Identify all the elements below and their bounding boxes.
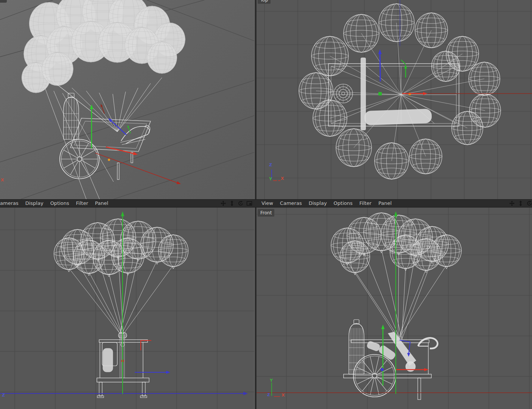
menu-item-filter[interactable]: Filter [356,200,375,207]
pan-icon[interactable] [220,200,226,206]
gizmo-y-label: Y [269,176,272,181]
viewport-nav-icons-right [509,200,532,206]
corner-axis-gizmo [272,382,280,397]
world-x-axis [95,153,181,184]
menu-item-options[interactable]: Options [330,200,356,207]
view-label-fragment [0,0,7,3]
rotate-icon[interactable] [526,200,532,206]
gizmo-x-label: X [281,176,284,181]
menu-item-ameras[interactable]: ameras [0,200,22,207]
menu-item-filter[interactable]: Filter [73,200,92,207]
top-canvas[interactable] [257,0,532,199]
menubar-bottom-right: ViewCamerasDisplayOptionsFilterPanel [257,200,532,207]
viewport-perspective[interactable]: X [0,0,254,199]
menubar-bottom-left: amerasDisplayOptionsFilterPanel [0,200,254,207]
balloon-cluster [54,219,188,277]
viewport-nav-icons-left [220,200,252,206]
c4d-quad-viewport-window: { "toolbars": { "left": { "items": ["ame… [0,0,532,409]
menu-item-options[interactable]: Options [47,200,73,207]
world-z-axis-label: Z [2,393,5,398]
front-canvas[interactable] [257,208,532,409]
toggle-layout-icon[interactable] [246,200,252,206]
menu-items-right: ViewCamerasDisplayOptionsFilterPanel [257,200,395,207]
menu-item-display[interactable]: Display [305,200,330,207]
viewport-right-side[interactable]: Z [0,208,254,409]
right-canvas[interactable] [0,208,254,409]
view-label-top: Top [258,0,271,4]
dolly-icon[interactable] [229,200,235,206]
axis-overlays [121,340,171,374]
viewport-top[interactable]: Top Z Y X [257,0,532,199]
rotate-icon[interactable] [238,200,244,206]
viewport-menubar-band: amerasDisplayOptionsFilterPanel ViewCame… [0,199,532,208]
gizmo-y-label: Y [270,378,273,383]
menu-items-left: amerasDisplayOptionsFilterPanel [0,200,112,207]
pan-icon[interactable] [509,200,515,206]
viewport-front[interactable]: Front Y Z X [257,208,532,409]
corner-axis-gizmo [272,170,280,181]
menu-item-display[interactable]: Display [22,200,47,207]
perspective-canvas[interactable] [0,0,254,199]
gizmo-x-label: X [282,393,285,398]
cart-model [344,320,437,400]
gizmo-z-label: Z [269,162,272,167]
menu-item-view[interactable]: View [258,200,277,207]
view-label-front: Front [258,209,274,217]
viewport-divider[interactable] [254,0,257,199]
menu-item-cameras[interactable]: Cameras [277,200,305,207]
world-x-axis-label: X [1,178,4,183]
viewport-divider[interactable] [254,208,257,409]
balloon-cluster [331,213,462,275]
gizmo-z-label: Z [267,393,270,397]
menu-item-panel[interactable]: Panel [92,200,112,207]
menu-item-panel[interactable]: Panel [375,200,395,207]
balloon-cluster [22,0,185,93]
dolly-icon[interactable] [518,200,524,206]
